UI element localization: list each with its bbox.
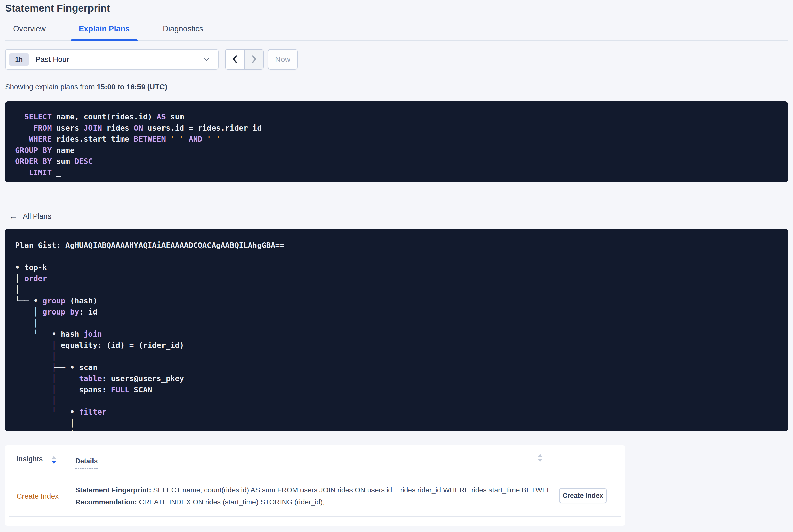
sql-statement-box: SELECT name, count(rides.id) AS sum FROM… xyxy=(5,101,788,182)
statement-fingerprint-line: Statement Fingerprint: SELECT name, coun… xyxy=(75,484,550,496)
chevron-right-icon xyxy=(249,54,259,65)
insight-type-link[interactable]: Create Index xyxy=(9,477,75,516)
next-window-button[interactable] xyxy=(244,50,263,69)
tab-diagnostics[interactable]: Diagnostics xyxy=(155,24,211,40)
table-row: Create Index Statement Fingerprint: SELE… xyxy=(9,477,621,517)
showing-prefix: Showing explain plans from xyxy=(5,83,97,91)
time-range-badge: 1h xyxy=(9,53,29,66)
time-range-label: Past Hour xyxy=(35,55,69,64)
insights-table: Insights Details Create Index Statement … xyxy=(5,445,625,526)
statement-fingerprint-page: Statement Fingerprint Overview Explain P… xyxy=(0,0,793,532)
previous-window-button[interactable] xyxy=(226,50,244,69)
tab-overview[interactable]: Overview xyxy=(5,24,54,40)
recommendation-line: Recommendation: CREATE INDEX ON rides (s… xyxy=(75,496,550,508)
sort-asc-icon xyxy=(538,454,542,457)
details-header-label[interactable]: Details xyxy=(75,457,98,469)
sort-desc-icon xyxy=(52,461,56,464)
plan-gist-box: Plan Gist: AgHUAQIABQAAAAHYAQIAiAEAAAADC… xyxy=(5,229,788,431)
insights-header-label[interactable]: Insights xyxy=(17,455,43,467)
time-controls: 1h Past Hour Now xyxy=(5,49,788,70)
insight-details-cell: Statement Fingerprint: SELECT name, coun… xyxy=(75,477,550,516)
time-range-select[interactable]: 1h Past Hour xyxy=(5,49,219,70)
plan-gist-label: Plan Gist: xyxy=(15,241,65,250)
now-button[interactable]: Now xyxy=(268,49,298,70)
blank-line xyxy=(15,251,778,262)
plan-gist-value: AgHUAQIABQAAAAHYAQIAiAEAAAADCQACAgAABQIL… xyxy=(65,241,285,250)
chevron-down-icon xyxy=(203,56,210,63)
plan-tree: • top-k│ order│└── • group (hash) │ grou… xyxy=(15,262,778,431)
all-plans-link[interactable]: ← All Plans xyxy=(9,212,51,221)
sort-insights-icon[interactable] xyxy=(52,456,56,464)
details-column-header: Details xyxy=(75,457,98,465)
back-arrow-icon: ← xyxy=(9,212,18,221)
insights-column-header: Insights xyxy=(9,455,75,467)
showing-range-text: Showing explain plans from 15:00 to 16:5… xyxy=(5,83,788,91)
section-divider xyxy=(5,200,788,200)
recommendation-text: CREATE INDEX ON rides (start_time) STORI… xyxy=(137,498,325,506)
time-pager xyxy=(225,49,264,70)
sort-desc-icon xyxy=(538,459,542,462)
showing-range: 15:00 to 16:59 (UTC) xyxy=(97,83,167,91)
all-plans-label: All Plans xyxy=(23,212,51,221)
plan-gist-line: Plan Gist: AgHUAQIABQAAAAHYAQIAiAEAAAADC… xyxy=(15,240,778,251)
sort-details-icon[interactable] xyxy=(538,454,542,462)
tab-explain-plans[interactable]: Explain Plans xyxy=(71,24,138,40)
chevron-left-icon xyxy=(230,54,240,65)
sort-asc-icon xyxy=(52,456,56,459)
recommendation-label: Recommendation: xyxy=(75,498,137,506)
tab-bar: Overview Explain Plans Diagnostics xyxy=(5,24,788,41)
fingerprint-text: SELECT name, count(rides.id) AS sum FROM… xyxy=(151,486,550,494)
insights-table-header: Insights Details xyxy=(9,445,621,477)
page-title: Statement Fingerprint xyxy=(5,0,788,14)
create-index-button[interactable]: Create Index xyxy=(559,488,606,503)
fingerprint-label: Statement Fingerprint: xyxy=(75,486,151,494)
sql-statement-code: SELECT name, count(rides.id) AS sum FROM… xyxy=(15,111,778,178)
